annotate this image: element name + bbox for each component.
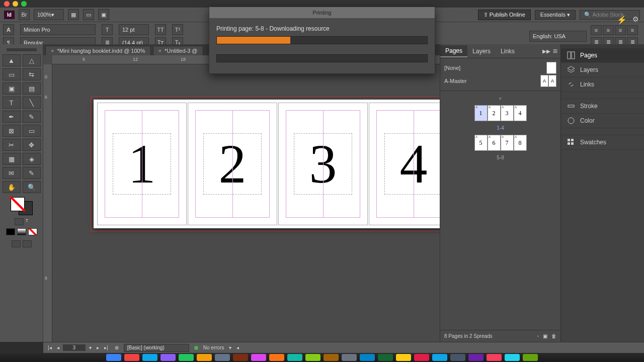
gradient-feather-tool[interactable]: ◈ — [23, 153, 41, 165]
page-navigator[interactable]: |◂◂3▾▸▸| — [46, 344, 110, 351]
control-settings-icon[interactable]: ⚙ — [632, 15, 639, 23]
workspace-select[interactable]: Essentials ▾ — [535, 10, 576, 20]
selection-tool[interactable]: ▲ — [3, 54, 21, 66]
superscript-icon[interactable]: T¹ — [172, 24, 183, 35]
apply-row[interactable]: T — [15, 218, 29, 225]
align-justify-icon[interactable]: ≡ — [627, 25, 638, 35]
zoom-tool[interactable]: 🔍 — [23, 181, 41, 193]
spread-thumb-1[interactable]: 1 2 3 4 — [474, 105, 527, 121]
panel-tab-layers[interactable]: Layers — [467, 46, 496, 57]
dock-app-icon[interactable] — [342, 354, 357, 361]
document-tab-2[interactable]: ×*Untitled-3 @ — [153, 46, 203, 55]
align-right-icon[interactable]: ≡ — [615, 25, 626, 35]
preflight-profile[interactable]: [Basic] (working) — [124, 344, 189, 352]
master-none[interactable]: [None] — [444, 61, 556, 74]
dock-color[interactable]: Color — [561, 114, 644, 128]
rectangle-frame-tool[interactable]: ⊠ — [3, 125, 21, 137]
page-4[interactable]: 4 — [369, 103, 440, 225]
page-tool[interactable]: ▭ — [3, 68, 21, 80]
char-format-icon[interactable]: A — [3, 24, 14, 35]
dock-app-icon[interactable] — [124, 354, 139, 361]
gradient-swatch-tool[interactable]: ▦ — [3, 153, 21, 165]
delete-page-icon[interactable]: 🗑 — [551, 333, 556, 339]
dock-links[interactable]: Links — [561, 77, 644, 92]
view-icon[interactable]: ▦ — [68, 9, 79, 20]
align-center-icon[interactable]: ≡ — [603, 25, 614, 35]
gpu-icon[interactable]: ⚡ — [617, 15, 627, 25]
dock-app-icon[interactable] — [287, 354, 302, 361]
allcaps-icon[interactable]: TT — [155, 24, 166, 35]
hand-tool[interactable]: ✋ — [3, 181, 21, 193]
direct-selection-tool[interactable]: △ — [23, 54, 41, 66]
dock-app-icon[interactable] — [324, 354, 339, 361]
gap-tool[interactable]: ⇆ — [23, 68, 41, 80]
dock-app-icon[interactable] — [505, 354, 520, 361]
view-mode-row[interactable] — [12, 240, 32, 247]
dock-app-icon[interactable] — [432, 354, 447, 361]
content-collector-tool[interactable]: ▣ — [3, 82, 21, 95]
spread-1[interactable]: 1 2 3 4 — [94, 100, 440, 228]
spread-thumb-2[interactable]: 5 6 7 8 — [474, 135, 527, 151]
dock-app-icon[interactable] — [414, 354, 429, 361]
page-3[interactable]: 3 — [278, 103, 368, 225]
dialog-title[interactable]: Printing — [209, 7, 435, 18]
dock-app-icon[interactable] — [396, 354, 411, 361]
scroll-left-icon[interactable]: ◂ — [236, 345, 239, 350]
edit-page-size-icon[interactable]: ▫ — [537, 333, 539, 339]
dock-app-icon[interactable] — [450, 354, 465, 361]
dock-app-icon[interactable] — [251, 354, 266, 361]
content-placer-tool[interactable]: ▤ — [23, 82, 41, 95]
dock-app-icon[interactable] — [305, 354, 320, 361]
open-icon[interactable]: ⊕ — [115, 345, 119, 350]
rectangle-tool[interactable]: ▭ — [23, 125, 41, 137]
close-tab-icon[interactable]: × — [158, 48, 162, 54]
dock-app-icon[interactable] — [468, 354, 484, 361]
bridge-icon[interactable]: Br — [19, 9, 30, 20]
dock-app-icon[interactable] — [215, 354, 230, 361]
dock-app-icon[interactable] — [487, 354, 502, 361]
font-family-select[interactable]: Minion Pro — [20, 24, 96, 35]
dock-app-icon[interactable] — [106, 354, 121, 361]
type-tool[interactable]: T — [3, 97, 21, 109]
close-tab-icon[interactable]: × — [51, 48, 54, 54]
dock-app-icon[interactable] — [142, 354, 157, 361]
dock-app-icon[interactable] — [360, 354, 375, 361]
fill-stroke-swatch[interactable] — [11, 197, 33, 215]
dock-stroke[interactable]: Stroke — [561, 99, 644, 114]
free-transform-tool[interactable]: ✥ — [23, 139, 41, 151]
os-dock[interactable] — [0, 353, 644, 362]
traffic-lights[interactable] — [4, 1, 27, 7]
eyedropper-tool[interactable]: ✎ — [23, 167, 41, 179]
dock-app-icon[interactable] — [179, 354, 194, 361]
font-size-select[interactable]: 12 pt — [119, 24, 149, 35]
stock-search[interactable]: 🔍 Adobe Stock — [580, 10, 640, 20]
pencil-tool[interactable]: ✎ — [23, 111, 41, 123]
document-tab-1[interactable]: ×*Mini hangtag booklet.indd @ 100% — [45, 46, 151, 55]
master-a[interactable]: A-Master AA — [444, 74, 556, 87]
page-1[interactable]: 1 — [97, 103, 187, 225]
zoom-select[interactable]: 100% ▾ — [34, 9, 64, 20]
panel-tab-pages[interactable]: Pages — [440, 45, 467, 57]
dock-swatches[interactable]: Swatches — [561, 135, 644, 150]
panel-collapse-icon[interactable]: ▸▸ ≡ — [539, 44, 560, 58]
preflight-errors[interactable]: No errors — [203, 345, 224, 350]
screen-icon[interactable]: ▣ — [98, 9, 109, 20]
dock-pages[interactable]: Pages — [561, 48, 644, 63]
line-tool[interactable]: ╲ — [23, 97, 41, 109]
color-mode-row[interactable] — [6, 228, 37, 235]
note-tool[interactable]: ✉ — [3, 167, 21, 179]
language-select[interactable]: English: USA — [529, 31, 587, 42]
publish-online-button[interactable]: ⇧ Publish Online — [478, 10, 531, 20]
dock-app-icon[interactable] — [160, 354, 176, 361]
new-page-icon[interactable]: ▣ — [543, 333, 547, 339]
arrange-icon[interactable]: ▭ — [83, 9, 94, 20]
dock-layers[interactable]: Layers — [561, 63, 644, 77]
align-left-icon[interactable]: ≡ — [591, 25, 602, 35]
panel-tab-links[interactable]: Links — [496, 46, 520, 57]
vertical-ruler[interactable]: 0 6 6 — [43, 64, 52, 342]
dock-app-icon[interactable] — [269, 354, 284, 361]
pen-tool[interactable]: ✒ — [3, 111, 21, 123]
dock-app-icon[interactable] — [197, 354, 212, 361]
dock-app-icon[interactable] — [233, 354, 248, 361]
dock-app-icon[interactable] — [523, 354, 538, 361]
